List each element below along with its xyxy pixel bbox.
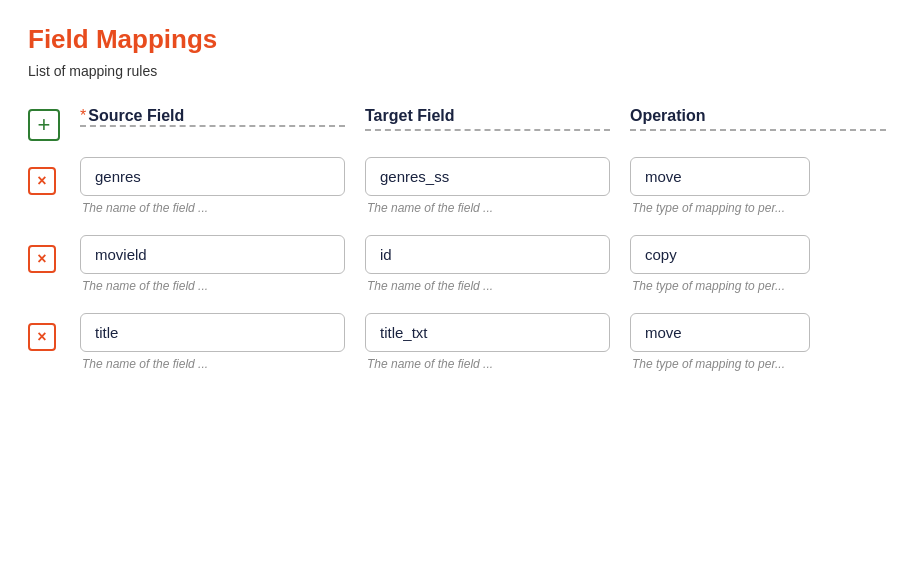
target-cell-1: The name of the field ...: [365, 235, 610, 293]
operation-cell-1: The type of mapping to per...: [630, 235, 886, 293]
source-divider: [80, 125, 345, 127]
source-col-label: Source Field: [88, 107, 184, 124]
page-title: Field Mappings: [28, 24, 886, 55]
delete-row-button-2[interactable]: ×: [28, 323, 56, 351]
target-input-2[interactable]: [365, 313, 610, 352]
operation-header: Operation: [630, 107, 886, 131]
source-field-header: *Source Field: [80, 107, 345, 127]
page-subtitle: List of mapping rules: [28, 63, 886, 79]
source-hint-1: The name of the field ...: [80, 279, 345, 293]
source-input-1[interactable]: [80, 235, 345, 274]
target-hint-2: The name of the field ...: [365, 357, 610, 371]
operation-hint-0: The type of mapping to per...: [630, 201, 830, 215]
delete-row-button-0[interactable]: ×: [28, 167, 56, 195]
table-header: + *Source Field Target Field Operation: [28, 107, 886, 141]
table-row: × The name of the field ... The name of …: [28, 235, 886, 293]
mapping-rows-container: × The name of the field ... The name of …: [28, 157, 886, 371]
operation-cell-2: The type of mapping to per...: [630, 313, 886, 371]
operation-input-1[interactable]: [630, 235, 810, 274]
target-hint-1: The name of the field ...: [365, 279, 610, 293]
target-hint-0: The name of the field ...: [365, 201, 610, 215]
operation-cell-0: The type of mapping to per...: [630, 157, 886, 215]
required-star: *: [80, 107, 86, 124]
target-cell-0: The name of the field ...: [365, 157, 610, 215]
add-row-button[interactable]: +: [28, 109, 60, 141]
target-divider: [365, 129, 610, 131]
delete-row-button-1[interactable]: ×: [28, 245, 56, 273]
operation-divider: [630, 129, 886, 131]
source-field-label: *Source Field: [80, 107, 345, 125]
target-cell-2: The name of the field ...: [365, 313, 610, 371]
table-row: × The name of the field ... The name of …: [28, 157, 886, 215]
source-hint-0: The name of the field ...: [80, 201, 345, 215]
add-button-cell: +: [28, 107, 80, 141]
source-cell-1: The name of the field ...: [80, 235, 345, 293]
delete-btn-cell-1: ×: [28, 235, 80, 273]
delete-btn-cell-2: ×: [28, 313, 80, 351]
target-input-0[interactable]: [365, 157, 610, 196]
source-hint-2: The name of the field ...: [80, 357, 345, 371]
operation-col-label: Operation: [630, 107, 886, 125]
delete-btn-cell-0: ×: [28, 157, 80, 195]
source-cell-0: The name of the field ...: [80, 157, 345, 215]
table-row: × The name of the field ... The name of …: [28, 313, 886, 371]
operation-input-2[interactable]: [630, 313, 810, 352]
operation-hint-2: The type of mapping to per...: [630, 357, 830, 371]
source-input-0[interactable]: [80, 157, 345, 196]
operation-input-0[interactable]: [630, 157, 810, 196]
source-input-2[interactable]: [80, 313, 345, 352]
source-cell-2: The name of the field ...: [80, 313, 345, 371]
operation-hint-1: The type of mapping to per...: [630, 279, 830, 293]
target-input-1[interactable]: [365, 235, 610, 274]
target-field-header: Target Field: [365, 107, 610, 131]
target-col-label: Target Field: [365, 107, 610, 125]
